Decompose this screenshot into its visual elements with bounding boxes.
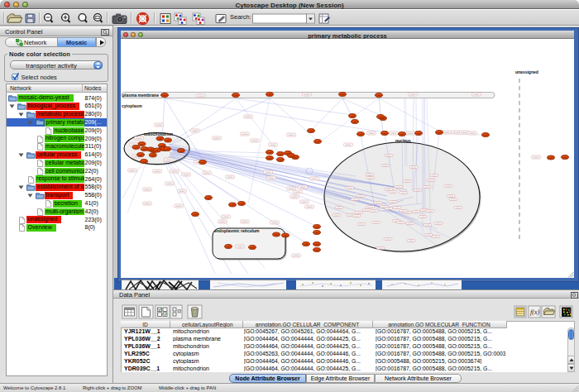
svg-text:plasma membrane: plasma membrane xyxy=(122,93,159,98)
svg-text:nucleus: nucleus xyxy=(395,138,411,143)
svg-text:f(x): f(x) xyxy=(530,308,539,316)
svg-text:cytoplasm: cytoplasm xyxy=(122,103,142,108)
svg-text:unassigned: unassigned xyxy=(515,69,538,74)
svg-text:mitochondrion: mitochondrion xyxy=(144,131,173,136)
svg-text:endoplasmic reticulum: endoplasmic reticulum xyxy=(214,228,260,233)
